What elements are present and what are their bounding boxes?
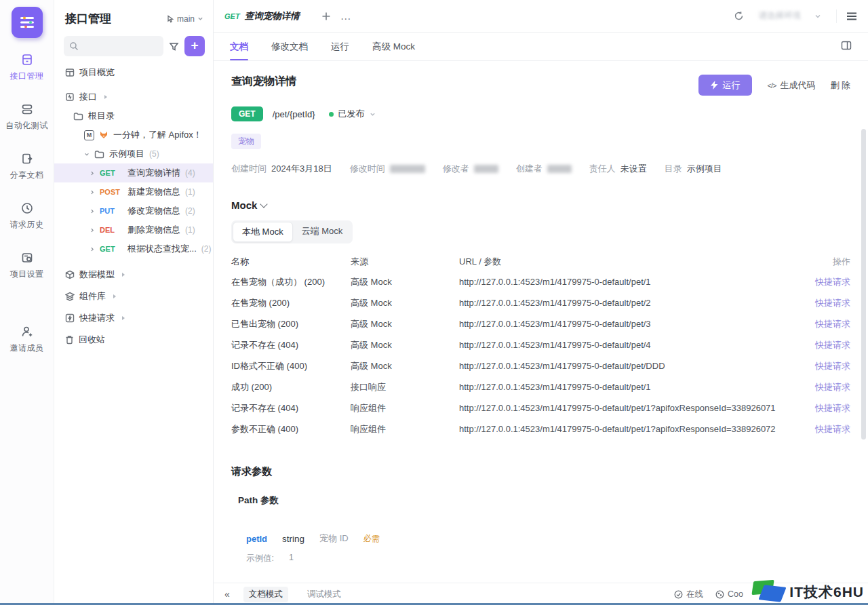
tree-item-recycle-bin[interactable]: 回收站: [54, 329, 213, 351]
tree-api-item[interactable]: POST 新建宠物信息 (1): [54, 182, 213, 201]
tree-item-api-section[interactable]: 接口: [54, 87, 213, 106]
method-badge: POST: [100, 188, 123, 196]
tab-doc[interactable]: 文档: [230, 33, 248, 60]
tree-item-project-overview[interactable]: 项目概览: [54, 63, 213, 82]
tree-api-item-selected[interactable]: GET 查询宠物详情 (4): [54, 163, 213, 182]
panel-title: 接口管理: [65, 11, 111, 26]
method-badge: PUT: [100, 207, 123, 215]
api-tag[interactable]: 宠物: [231, 134, 261, 149]
mock-table-row: 成功 (200) 接口响应 http://127.0.0.1:4523/m1/4…: [231, 376, 850, 397]
tab-method-badge: GET: [224, 12, 240, 20]
apifox-logo[interactable]: [12, 7, 43, 38]
search-input[interactable]: [64, 36, 163, 56]
tree-api-item[interactable]: DEL 删除宠物信息 (1): [54, 220, 213, 239]
trash-icon: [65, 335, 74, 345]
tab-cloud-mock[interactable]: 云端 Mock: [293, 222, 352, 242]
quick-request-link[interactable]: 快捷请求: [803, 423, 850, 435]
quick-request-link[interactable]: 快捷请求: [803, 297, 850, 309]
section-title: Mock: [231, 199, 257, 211]
open-tab-current[interactable]: GET 查询宠物详情: [224, 10, 300, 22]
mock-source: 高级 Mock: [351, 360, 459, 372]
tree-api-item[interactable]: PUT 修改宠物信息 (2): [54, 201, 213, 220]
collapse-sidebar-button[interactable]: «: [224, 589, 230, 600]
add-button[interactable]: +: [184, 36, 205, 56]
meta-label: 目录: [665, 163, 682, 175]
mock-url: http://127.0.0.1:4523/m1/4179975-0-defau…: [459, 319, 803, 329]
item-count: (5): [149, 149, 159, 159]
apifox-logo-icon: [18, 13, 37, 32]
chevron-down-icon: [814, 13, 821, 20]
rail-item-request-history[interactable]: 请求历史: [10, 201, 44, 231]
meta-label: 创建时间: [231, 163, 267, 175]
meta-label: 修改时间: [350, 163, 385, 175]
mock-name: 成功 (200): [231, 381, 351, 393]
rail-item-share-docs[interactable]: 分享文档: [10, 152, 44, 181]
quick-request-link[interactable]: 快捷请求: [803, 402, 850, 414]
request-params-heading: 请求参数: [231, 465, 850, 478]
quick-request-link[interactable]: 快捷请求: [803, 276, 850, 288]
mode-doc[interactable]: 文档模式: [243, 587, 288, 602]
method-badge: GET: [100, 169, 123, 177]
example-label: 示例值:: [246, 553, 274, 564]
tree-item-quick-request[interactable]: 快捷请求: [54, 307, 213, 329]
tree-api-item[interactable]: GET 根据状态查找宠... (2): [54, 239, 213, 258]
triangle-icon: [113, 294, 116, 298]
document-tab-bar: 文档 修改文档 运行 高级 Mock: [214, 33, 868, 61]
mock-section-heading[interactable]: Mock: [231, 199, 850, 211]
tab-more-button[interactable]: …: [340, 10, 351, 22]
tree-folder-example-project[interactable]: 示例项目 (5): [54, 144, 213, 163]
mock-name: 记录不存在 (404): [231, 402, 351, 414]
col-url: URL / 参数: [459, 256, 803, 268]
sync-button[interactable]: [734, 11, 744, 21]
meta-value: 示例项目: [687, 163, 722, 175]
quick-request-link[interactable]: 快捷请求: [803, 360, 850, 372]
tab-local-mock[interactable]: 本地 Mock: [233, 222, 293, 242]
online-status[interactable]: 在线: [674, 589, 703, 600]
tree-item-label: 项目概览: [79, 66, 115, 79]
rail-item-invite-members[interactable]: 邀请成员: [10, 325, 44, 354]
tab-run[interactable]: 运行: [331, 33, 349, 60]
mode-debug[interactable]: 调试模式: [302, 587, 347, 602]
chevron-right-icon: [90, 208, 95, 214]
cookie-status[interactable]: Coo: [715, 589, 743, 599]
tree-item-root-folder[interactable]: 根目录: [54, 106, 213, 125]
panel-toggle-button[interactable]: [841, 41, 852, 52]
tree-item-data-models[interactable]: 数据模型: [54, 264, 213, 286]
tab-title: 查询宠物详情: [245, 10, 300, 22]
environment-selector[interactable]: 请选择环境: [753, 7, 827, 24]
tree-item-label: 快捷请求: [79, 312, 115, 324]
tab-edit-doc[interactable]: 修改文档: [271, 33, 308, 60]
mock-table-row: 参数不正确 (400) 响应组件 http://127.0.0.1:4523/m…: [231, 418, 850, 440]
param-example-row: 示例值: 1: [231, 553, 850, 564]
divider: [836, 9, 837, 23]
delete-button[interactable]: 删 除: [830, 79, 850, 92]
vertical-scrollbar[interactable]: [861, 129, 866, 440]
new-tab-button[interactable]: [321, 12, 331, 21]
generate-code-button[interactable]: </> 生成代码: [767, 79, 815, 92]
rail-item-automation-test[interactable]: 自动化测试: [5, 102, 48, 132]
publish-status-selector[interactable]: 已发布: [329, 108, 376, 120]
tree-item-intro-doc[interactable]: M 一分钟，了解 Apifox！: [54, 125, 213, 144]
meta-created: 创建时间 2024年3月18日: [231, 163, 332, 175]
layers-icon: [65, 292, 75, 301]
quick-request-link[interactable]: 快捷请求: [803, 339, 850, 351]
tab-advanced-mock[interactable]: 高级 Mock: [372, 33, 415, 60]
rail-item-project-settings[interactable]: 项目设置: [10, 251, 44, 280]
mock-url: http://127.0.0.1:4523/m1/4179975-0-defau…: [459, 277, 803, 287]
rail-item-api-management[interactable]: 接口管理: [10, 53, 44, 82]
check-circle-icon: [674, 590, 683, 599]
branch-selector[interactable]: main: [166, 14, 203, 24]
run-button[interactable]: 运行: [698, 75, 752, 96]
quick-request-link[interactable]: 快捷请求: [803, 381, 850, 393]
api-section-icon: [65, 92, 75, 102]
redacted-value: [474, 165, 498, 173]
chevron-down-icon: [197, 16, 203, 22]
tree-item-component-library[interactable]: 组件库: [54, 286, 213, 307]
tree-item-label: 回收站: [79, 334, 105, 346]
quick-request-link[interactable]: 快捷请求: [803, 318, 850, 330]
menu-button[interactable]: [846, 12, 857, 21]
param-name: petId: [246, 534, 267, 544]
filter-button[interactable]: [169, 41, 179, 52]
example-value: 1: [289, 553, 294, 564]
mock-name: 参数不正确 (400): [231, 423, 351, 435]
